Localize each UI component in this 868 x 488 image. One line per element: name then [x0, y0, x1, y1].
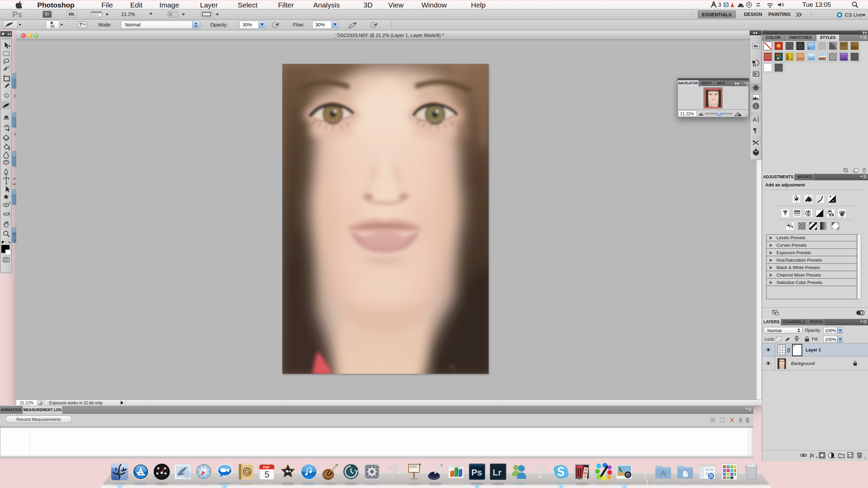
- svg-text:Lr: Lr: [493, 467, 501, 477]
- svg-text:A: A: [753, 117, 757, 123]
- svg-text:h: h: [14, 132, 16, 136]
- svg-text:¶: ¶: [753, 127, 756, 134]
- svg-text:Ps: Ps: [471, 467, 482, 477]
- svg-text:?: ?: [535, 462, 546, 482]
- svg-text:Mb: Mb: [753, 44, 758, 48]
- svg-text:3: 3: [718, 2, 721, 8]
- svg-text:3: 3: [14, 94, 16, 98]
- svg-text:fx: fx: [810, 452, 814, 458]
- svg-text:?: ?: [388, 462, 399, 482]
- svg-text:s: s: [14, 238, 16, 242]
- svg-text:p: p: [13, 176, 15, 180]
- svg-text:5: 5: [264, 469, 269, 480]
- svg-text:ve: ve: [12, 182, 16, 186]
- svg-text:FEB: FEB: [263, 466, 270, 469]
- svg-text:B: B: [13, 232, 16, 236]
